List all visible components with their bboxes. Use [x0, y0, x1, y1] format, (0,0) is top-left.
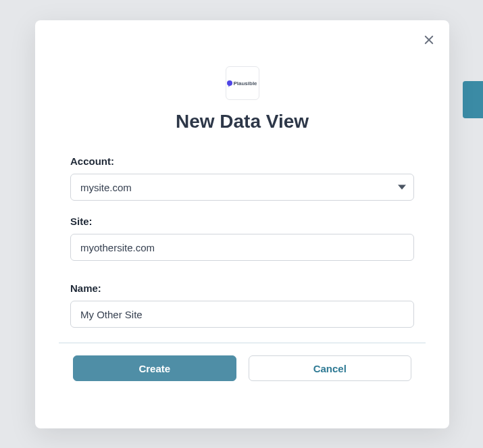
account-label: Account:	[70, 155, 414, 167]
name-field: Name:	[70, 282, 414, 328]
name-input[interactable]	[70, 301, 414, 328]
cancel-button[interactable]: Cancel	[249, 355, 412, 381]
site-field: Site:	[70, 216, 414, 261]
plausible-icon	[227, 80, 232, 86]
provider-logo: Plausible	[226, 66, 259, 100]
modal-title: New Data View	[49, 111, 436, 132]
account-select[interactable]: mysite.com	[70, 174, 414, 201]
site-label: Site:	[70, 216, 414, 227]
logo-text: Plausible	[233, 80, 257, 86]
button-row: Create Cancel	[70, 355, 414, 381]
name-label: Name:	[70, 282, 414, 294]
form: Account: mysite.com Site: Name: Create C…	[49, 155, 436, 381]
new-data-view-modal: Plausible New Data View Account: mysite.…	[35, 20, 449, 428]
site-input[interactable]	[70, 234, 414, 261]
divider	[59, 343, 426, 343]
background-accent	[463, 81, 483, 118]
account-field: Account: mysite.com	[70, 155, 414, 201]
close-button[interactable]	[420, 31, 438, 50]
create-button[interactable]: Create	[73, 355, 236, 381]
close-icon	[423, 34, 435, 48]
